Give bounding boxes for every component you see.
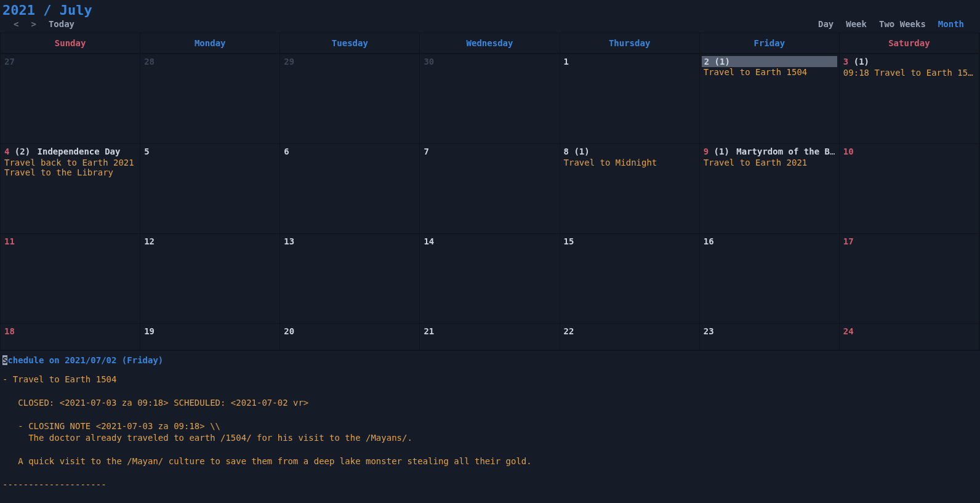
- day-number-line: 5: [140, 144, 279, 158]
- calendar-cell[interactable]: 22: [560, 324, 700, 350]
- calendar-cell[interactable]: 13: [280, 234, 420, 324]
- calendar-cell[interactable]: 4 (2) Independence DayTravel back to Ear…: [1, 144, 140, 234]
- day-number-line: 2 (1): [702, 56, 837, 67]
- day-number-line: 8 (1): [560, 144, 699, 158]
- day-header: Monday: [140, 33, 280, 54]
- day-number-line: 22: [560, 324, 699, 337]
- day-header: Friday: [700, 33, 840, 54]
- calendar-cell[interactable]: 5: [140, 144, 280, 234]
- calendar-cell[interactable]: 16: [700, 234, 840, 324]
- detail-line: --------------------: [2, 479, 978, 491]
- detail-line: [2, 409, 978, 421]
- event-item[interactable]: Travel to Earth 1504: [700, 67, 839, 77]
- detail-line: - Travel to Earth 1504: [2, 374, 978, 385]
- detail-line: CLOSED: <2021-07-03 za 09:18> SCHEDULED:…: [2, 397, 978, 409]
- day-number-line: 10: [840, 144, 979, 158]
- calendar-cell[interactable]: 28: [140, 54, 280, 144]
- day-number-line: 1: [560, 54, 699, 68]
- event-item[interactable]: Travel to Midnight: [560, 158, 699, 167]
- day-number-line: 3 (1): [840, 54, 979, 68]
- calendar-cell[interactable]: 15: [560, 234, 700, 324]
- calendar-cell[interactable]: 30: [420, 54, 560, 144]
- calendar-cell[interactable]: 27: [1, 54, 140, 144]
- day-number-line: 24: [840, 324, 979, 337]
- view-tab-two-weeks[interactable]: Two Weeks: [879, 19, 926, 29]
- day-number-line: 27: [1, 54, 140, 68]
- calendar-cell[interactable]: 29: [280, 54, 420, 144]
- page-title: 2021 / July: [2, 2, 978, 18]
- day-number-line: 6: [280, 144, 419, 158]
- calendar-cell[interactable]: 8 (1)Travel to Midnight: [560, 144, 700, 234]
- calendar-cell[interactable]: 9 (1) Martyrdom of the BábTravel to Eart…: [700, 144, 840, 234]
- calendar-cell[interactable]: 17: [840, 234, 979, 324]
- calendar-cell[interactable]: 10: [840, 144, 979, 234]
- day-number-line: 15: [560, 234, 699, 247]
- day-header: Sunday: [1, 33, 140, 54]
- detail-line: A quick visit to the /Mayan/ culture to …: [2, 456, 978, 467]
- calendar-cell[interactable]: 19: [140, 324, 280, 350]
- day-number-line: 17: [840, 234, 979, 247]
- detail-line: [2, 385, 978, 397]
- detail-heading: Schedule on 2021/07/02 (Friday): [2, 355, 978, 366]
- calendar-cell[interactable]: 1: [560, 54, 700, 144]
- day-number-line: 13: [280, 234, 419, 247]
- day-number-line: 29: [280, 54, 419, 68]
- day-number-line: 7: [420, 144, 559, 158]
- day-header: Wednesday: [420, 33, 560, 54]
- event-item[interactable]: Travel to Earth 2021: [700, 158, 839, 167]
- day-number-line: 16: [700, 234, 839, 247]
- calendar-cell[interactable]: 18: [1, 324, 140, 350]
- calendar-cell[interactable]: 24: [840, 324, 979, 350]
- today-button[interactable]: Today: [49, 19, 74, 29]
- event-item[interactable]: 09:18 Travel to Earth 1504: [840, 68, 979, 78]
- day-header: Thursday: [560, 33, 700, 54]
- calendar-cell[interactable]: 23: [700, 324, 840, 350]
- calendar-cell[interactable]: 6: [280, 144, 420, 234]
- view-tab-day[interactable]: Day: [818, 19, 833, 29]
- day-number-line: 12: [140, 234, 279, 247]
- day-number-line: 4 (2) Independence Day: [1, 144, 140, 158]
- day-number-line: 20: [280, 324, 419, 337]
- event-item[interactable]: Travel back to Earth 2021: [1, 158, 140, 167]
- day-header: Saturday: [840, 33, 979, 54]
- day-number-line: 30: [420, 54, 559, 68]
- day-number-line: 28: [140, 54, 279, 68]
- calendar-cell[interactable]: 7: [420, 144, 560, 234]
- day-number-line: 21: [420, 324, 559, 337]
- calendar-cell[interactable]: 11: [1, 234, 140, 324]
- day-number-line: 9 (1) Martyrdom of the Báb: [700, 144, 839, 158]
- view-tab-week[interactable]: Week: [846, 19, 867, 29]
- day-header: Tuesday: [280, 33, 420, 54]
- detail-line: The doctor already traveled to earth /15…: [2, 432, 978, 444]
- next-button[interactable]: >: [31, 19, 36, 29]
- day-number-line: 14: [420, 234, 559, 247]
- calendar-cell[interactable]: 3 (1)09:18 Travel to Earth 1504: [840, 54, 979, 144]
- detail-line: [2, 444, 978, 456]
- view-tab-month[interactable]: Month: [938, 19, 964, 29]
- day-number-line: 19: [140, 324, 279, 337]
- day-number-line: 23: [700, 324, 839, 337]
- detail-line: - CLOSING NOTE <2021-07-03 za 09:18> \\: [2, 421, 978, 432]
- calendar-cell[interactable]: 12: [140, 234, 280, 324]
- event-item[interactable]: Travel to the Library: [1, 167, 140, 177]
- day-number-line: 18: [1, 324, 140, 337]
- prev-button[interactable]: <: [14, 19, 18, 29]
- detail-line: [2, 467, 978, 479]
- calendar-cell[interactable]: 21: [420, 324, 560, 350]
- calendar-cell[interactable]: 14: [420, 234, 560, 324]
- calendar-cell[interactable]: 2 (1)Travel to Earth 1504: [700, 54, 840, 144]
- day-number-line: 11: [1, 234, 140, 247]
- calendar-cell[interactable]: 20: [280, 324, 420, 350]
